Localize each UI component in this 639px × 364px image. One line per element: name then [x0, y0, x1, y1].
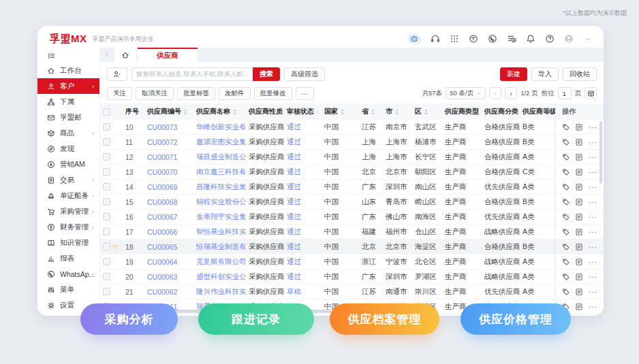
- search-button[interactable]: 搜索: [253, 67, 280, 81]
- sidebar-collapse-button[interactable]: [37, 49, 99, 63]
- sidebar-item-marketing[interactable]: 营销AM: [37, 156, 99, 172]
- column-header[interactable]: 审核状态: [284, 103, 322, 120]
- sidebar-item-sliders[interactable]: 菜单: [37, 282, 99, 297]
- notification-bell-button[interactable]: [526, 34, 535, 44]
- column-header[interactable]: 供应商分类: [482, 103, 520, 120]
- column-settings-button[interactable]: [585, 87, 597, 99]
- toolbar-button-1[interactable]: 取消关注: [136, 87, 174, 100]
- sort-icon[interactable]: [371, 109, 375, 115]
- sidebar-item-trade[interactable]: 交易›: [37, 172, 99, 188]
- sort-icon[interactable]: [424, 109, 428, 115]
- toolbar-button-4[interactable]: 批量修改: [254, 87, 292, 100]
- robot-assistant-button[interactable]: [407, 34, 421, 44]
- cell-name[interactable]: 华峰创新实业有限...: [193, 120, 246, 134]
- detail-action[interactable]: [575, 288, 583, 296]
- tag-action[interactable]: [562, 273, 570, 281]
- column-header[interactable]: 区: [412, 103, 442, 120]
- cell-code[interactable]: CU00073: [144, 120, 193, 134]
- row-checkbox[interactable]: [103, 273, 110, 280]
- cell-code[interactable]: CU00070: [144, 165, 193, 179]
- row-checkbox[interactable]: [103, 198, 110, 205]
- cell-code[interactable]: CU00062: [144, 284, 193, 299]
- next-page-button[interactable]: ›: [505, 87, 517, 99]
- tab-back-button[interactable]: [100, 48, 114, 62]
- row-checkbox[interactable]: [103, 138, 110, 146]
- row-checkbox[interactable]: [103, 258, 110, 265]
- sidebar-item-compass[interactable]: 发现: [37, 141, 99, 156]
- sort-icon[interactable]: [316, 109, 319, 115]
- detail-action[interactable]: [575, 153, 583, 161]
- column-header[interactable]: 市: [383, 103, 412, 120]
- sidebar-item-cart[interactable]: 采购管理›: [37, 203, 99, 219]
- cell-code[interactable]: CU00068: [144, 195, 193, 209]
- detail-action[interactable]: [575, 303, 583, 311]
- row-checkbox[interactable]: [103, 168, 110, 176]
- row-checkbox[interactable]: [103, 228, 110, 235]
- import-button[interactable]: 导入: [531, 67, 559, 81]
- select-all-checkbox[interactable]: [103, 108, 110, 116]
- float-button-0[interactable]: 采购分析: [80, 303, 178, 335]
- task-list-button[interactable]: [507, 34, 516, 44]
- row-checkbox[interactable]: [103, 153, 110, 161]
- phone-call-button[interactable]: [488, 34, 497, 44]
- cell-code[interactable]: CU00065: [144, 239, 193, 254]
- table-row[interactable]: 13CU00070南京鑫三科技有限...采购供应商通过中国北京北京市朝阳区生产商…: [100, 165, 604, 180]
- page-size-select[interactable]: 50 条/页: [446, 87, 486, 99]
- cell-name[interactable]: 智恒基业科技实业: [193, 225, 246, 239]
- sidebar-item-book[interactable]: 知识管理: [37, 235, 99, 250]
- sidebar-item-report[interactable]: 报表: [37, 250, 99, 266]
- table-row[interactable]: 17CU00066智恒基业科技实业采购供应商通过中国福建福州市仓山区生产商战略供…: [100, 225, 604, 239]
- sort-icon[interactable]: [340, 109, 345, 115]
- sidebar-item-ship[interactable]: 单证船务›: [37, 188, 99, 203]
- sidebar-item-mail[interactable]: 孚盟邮: [37, 110, 99, 125]
- cell-code[interactable]: CU00066: [144, 225, 193, 239]
- cell-name[interactable]: 克里斯有限公司: [193, 254, 246, 269]
- cell-code[interactable]: CU00072: [144, 135, 193, 149]
- detail-action[interactable]: [575, 228, 583, 236]
- cell-code[interactable]: CU00064: [144, 254, 193, 269]
- cell-code[interactable]: CU00067: [144, 210, 193, 224]
- table-row[interactable]: 21CU00062隆兴伟业科技实业采购供应商草稿中国江苏南通市崇川区生产商优先供…: [100, 284, 604, 299]
- tab-home-button[interactable]: [114, 48, 136, 62]
- tab-supplier[interactable]: 供应商: [138, 48, 198, 62]
- toolbar-button-3[interactable]: 发邮件: [219, 87, 251, 100]
- headset-button[interactable]: [431, 34, 440, 44]
- detail-action[interactable]: [575, 198, 583, 206]
- cell-name[interactable]: 昌隆科技实业发展...: [193, 180, 246, 194]
- table-row[interactable]: ☆18CU00065恒瑞基业制造有限...采购供应商通过中国北京北京市海淀区生产…: [100, 239, 604, 254]
- cell-name[interactable]: 瑞昌盛业制造公司: [193, 150, 246, 164]
- row-checkbox[interactable]: [103, 183, 110, 191]
- column-header[interactable]: 供应商性质: [246, 103, 284, 120]
- detail-action[interactable]: [575, 273, 583, 281]
- table-row[interactable]: 14CU00069昌隆科技实业发展...采购供应商通过中国广东深圳市南山区生产商…: [100, 180, 604, 195]
- float-button-3[interactable]: 供应价格管理: [461, 303, 571, 335]
- sidebar-item-box[interactable]: 商品›: [37, 125, 99, 141]
- column-header[interactable]: 供应商编号: [144, 103, 193, 120]
- float-button-2[interactable]: 供应档案管理: [330, 303, 439, 335]
- cell-name[interactable]: 盛世科创实业公司: [193, 269, 246, 284]
- help-button[interactable]: [545, 34, 555, 44]
- star-icon[interactable]: ☆: [112, 243, 120, 250]
- row-checkbox[interactable]: [103, 288, 110, 295]
- tag-action[interactable]: [562, 243, 570, 251]
- sidebar-item-whatsapp[interactable]: WhatsAp...›: [37, 266, 99, 282]
- cell-name[interactable]: 南京鑫三科技有限...: [193, 165, 246, 179]
- sort-icon[interactable]: [183, 109, 188, 115]
- float-button-1[interactable]: 跟进记录: [198, 303, 314, 335]
- column-header[interactable]: 国家: [322, 103, 359, 120]
- cell-name[interactable]: 隆兴伟业科技实业: [193, 284, 246, 299]
- sidebar-item-finance[interactable]: 财务管理›: [37, 219, 99, 235]
- tag-action[interactable]: [562, 288, 570, 296]
- user-avatar[interactable]: [564, 34, 574, 44]
- tag-action[interactable]: [562, 138, 570, 146]
- sidebar-item-home[interactable]: 工作台: [37, 63, 99, 78]
- row-checkbox[interactable]: [103, 243, 110, 250]
- apps-grid-button[interactable]: [450, 34, 459, 44]
- advanced-filter-button[interactable]: 高级筛选: [284, 67, 325, 81]
- cell-code[interactable]: CU00069: [144, 180, 193, 194]
- detail-action[interactable]: [575, 138, 583, 146]
- detail-action[interactable]: [575, 213, 583, 221]
- cell-code[interactable]: CU00063: [144, 269, 193, 284]
- toolbar-button-0[interactable]: 关注: [107, 87, 132, 100]
- toolbar-button-5[interactable]: ⋯: [296, 87, 315, 100]
